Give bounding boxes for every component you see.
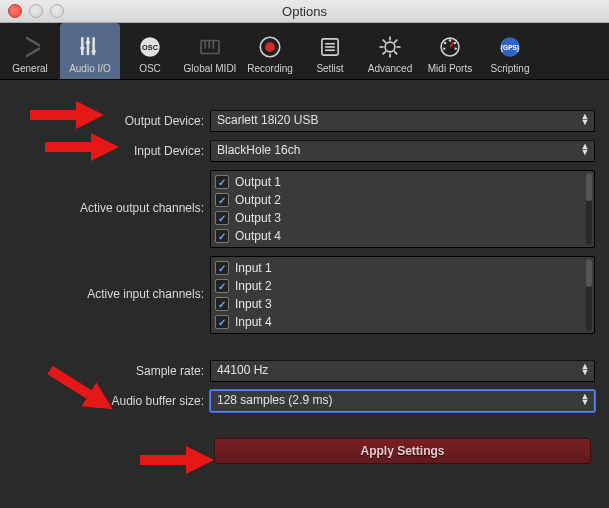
global-midi-icon [196,33,224,61]
svg-line-35 [450,42,453,47]
active-input-channels-label: Active input channels: [14,256,210,304]
svg-rect-11 [204,40,206,48]
audio-buffer-size-value: 128 samples (2.9 ms) [217,393,332,407]
channel-label: Output 2 [235,193,281,207]
tab-label: Recording [247,63,293,74]
tab-label: Advanced [368,63,412,74]
svg-point-31 [444,41,446,43]
channel-label: Output 3 [235,211,281,225]
output-device-label: Output Device: [14,111,210,131]
svg-line-25 [383,39,386,42]
tab-strip: General Audio I/O OSC OSC Global MIDI Re… [0,23,609,80]
svg-rect-3 [87,37,89,55]
osc-icon: OSC [136,33,164,61]
checkbox-icon[interactable]: ✓ [215,279,229,293]
svg-rect-1 [25,36,40,46]
svg-point-20 [385,42,395,52]
tab-advanced[interactable]: Advanced [360,23,420,79]
recording-icon [256,33,284,61]
input-channel-item[interactable]: ✓Input 3 [215,295,590,313]
tab-label: Midi Ports [428,63,472,74]
output-channel-item[interactable]: ✓Output 2 [215,191,590,209]
output-channel-item[interactable]: ✓Output 3 [215,209,590,227]
audio-io-panel: Output Device: Scarlett 18i20 USB ▲▼ Inp… [0,80,609,464]
checkbox-icon[interactable]: ✓ [215,297,229,311]
tab-osc[interactable]: OSC OSC [120,23,180,79]
dropdown-arrows-icon: ▲▼ [580,143,590,155]
svg-text:OSC: OSC [142,43,159,52]
tab-scripting[interactable]: {GPS} Scripting [480,23,540,79]
advanced-icon [376,33,404,61]
scripting-icon: {GPS} [496,33,524,61]
dropdown-arrows-icon: ▲▼ [580,113,590,125]
midi-ports-icon [436,33,464,61]
channel-label: Input 1 [235,261,272,275]
output-device-value: Scarlett 18i20 USB [217,113,318,127]
channel-label: Input 2 [235,279,272,293]
tab-label: Global MIDI [184,63,237,74]
sample-rate-label: Sample rate: [14,361,210,381]
tab-label: Scripting [491,63,530,74]
channel-label: Output 4 [235,229,281,243]
svg-rect-0 [25,47,40,57]
svg-point-33 [443,47,445,49]
tab-global-midi[interactable]: Global MIDI [180,23,240,79]
audio-buffer-size-select[interactable]: 128 samples (2.9 ms) ▲▼ [210,390,595,412]
input-channel-item[interactable]: ✓Input 2 [215,277,590,295]
tab-label: OSC [139,63,161,74]
checkbox-icon[interactable]: ✓ [215,229,229,243]
svg-line-28 [394,39,397,42]
svg-rect-7 [92,50,96,52]
dropdown-arrows-icon: ▲▼ [580,363,590,375]
scrollbar-thumb[interactable] [586,259,592,287]
channel-label: Output 1 [235,175,281,189]
audio-buffer-size-label: Audio buffer size: [14,391,210,411]
tab-audio-io[interactable]: Audio I/O [60,23,120,79]
apply-button-label: Apply Settings [360,444,444,458]
tab-label: Audio I/O [69,63,111,74]
setlist-icon [316,33,344,61]
svg-rect-12 [208,40,210,48]
svg-point-32 [454,41,456,43]
checkbox-icon[interactable]: ✓ [215,193,229,207]
tab-general[interactable]: General [0,23,60,79]
svg-point-34 [454,47,456,49]
channel-label: Input 4 [235,315,272,329]
checkbox-icon[interactable]: ✓ [215,315,229,329]
svg-text:{GPS}: {GPS} [501,44,520,52]
active-output-channels-label: Active output channels: [14,170,210,218]
svg-rect-5 [80,47,84,49]
output-channel-item[interactable]: ✓Output 4 [215,227,590,245]
window-title: Options [0,4,609,19]
active-input-channels-list[interactable]: ✓Input 1 ✓Input 2 ✓Input 3 ✓Input 4 [210,256,595,334]
tab-midi-ports[interactable]: Midi Ports [420,23,480,79]
input-device-value: BlackHole 16ch [217,143,300,157]
channel-label: Input 3 [235,297,272,311]
tab-recording[interactable]: Recording [240,23,300,79]
sample-rate-value: 44100 Hz [217,363,268,377]
output-device-select[interactable]: Scarlett 18i20 USB ▲▼ [210,110,595,132]
svg-rect-13 [212,40,214,48]
active-output-channels-list[interactable]: ✓Output 1 ✓Output 2 ✓Output 3 ✓Output 4 [210,170,595,248]
svg-point-15 [265,42,275,52]
apply-settings-button[interactable]: Apply Settings [214,438,591,464]
titlebar: Options [0,0,609,23]
input-channel-item[interactable]: ✓Input 4 [215,313,590,331]
checkbox-icon[interactable]: ✓ [215,175,229,189]
scrollbar-thumb[interactable] [586,173,592,201]
audio-io-icon [76,33,104,61]
checkbox-icon[interactable]: ✓ [215,211,229,225]
svg-point-30 [449,39,451,41]
sample-rate-select[interactable]: 44100 Hz ▲▼ [210,360,595,382]
dropdown-arrows-icon: ▲▼ [580,393,590,405]
tab-label: General [12,63,48,74]
svg-rect-2 [81,37,83,55]
svg-line-26 [394,51,397,54]
options-window: Options General Audio I/O OSC OSC Gl [0,0,609,508]
input-device-select[interactable]: BlackHole 16ch ▲▼ [210,140,595,162]
output-channel-item[interactable]: ✓Output 1 [215,173,590,191]
general-icon [16,33,44,61]
input-channel-item[interactable]: ✓Input 1 [215,259,590,277]
checkbox-icon[interactable]: ✓ [215,261,229,275]
tab-setlist[interactable]: Setlist [300,23,360,79]
